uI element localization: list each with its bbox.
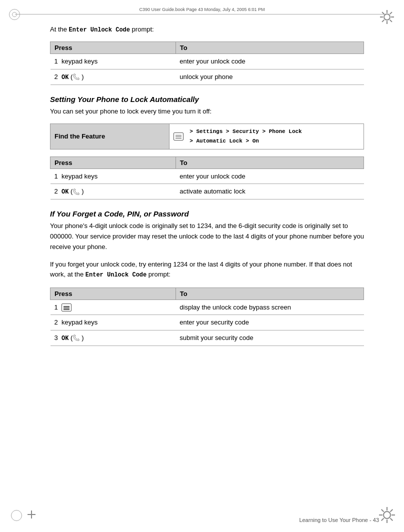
page-header: C390 User Guide.book Page 43 Monday, Jul… (15, 0, 389, 14)
corner-decoration-bl-cross (26, 509, 37, 520)
page-content: At the Enter Unlock Code prompt: Press T… (0, 14, 404, 371)
col-press-3: Press (50, 288, 176, 300)
table-row: 2 keypad keys enter your security code (50, 315, 364, 330)
table-row: 2 OK () unlock your phone (50, 69, 364, 84)
section3-table: Press To 1 display the unlock code bypas… (50, 288, 364, 346)
table-row: 1 keypad keys enter your unlock code (50, 168, 364, 184)
page-footer: Learning to Use Your Phone - 43 (299, 517, 379, 523)
col-to-2: To (176, 156, 364, 168)
phone-icon (72, 188, 82, 196)
col-press-2: Press (50, 156, 176, 168)
find-feature-row: Find the Feature > Settings > Security >… (50, 124, 364, 149)
phone-icon (72, 74, 82, 80)
table-row: 1 display the unlock code bypass screen (50, 300, 364, 315)
section1-table: Press To 1 keypad keys enter your unlock… (50, 42, 364, 85)
corner-decoration-br (379, 507, 395, 523)
table-row: 1 keypad keys enter your unlock code (50, 54, 364, 70)
section3-title: If You Forget a Code, PIN, or Password (50, 210, 364, 218)
section2-body: You can set your phone to lock every tim… (50, 106, 364, 117)
col-to-3: To (176, 288, 364, 300)
phone-icon (72, 334, 82, 342)
corner-decoration-bl (11, 510, 22, 521)
section3-body1: Your phone's 4-digit unlock code is orig… (50, 221, 364, 252)
corner-decoration-tl (9, 9, 20, 20)
corner-decoration-tr (380, 10, 394, 24)
intro-paragraph: At the Enter Unlock Code prompt: (50, 24, 364, 34)
table-row: 3 OK () submit your security code (50, 330, 364, 346)
menu-icon (174, 132, 184, 140)
menu-icon (62, 304, 72, 312)
find-feature-table: Find the Feature > Settings > Security >… (50, 124, 364, 149)
section3-body2: If you forget your unlock code, try ente… (50, 260, 364, 280)
section2-title: Setting Your Phone to Lock Automatically (50, 95, 364, 104)
find-feature-label: Find the Feature (50, 124, 170, 149)
find-feature-path: > Settings > Security > Phone Lock > Aut… (190, 127, 302, 146)
section2-table: Press To 1 keypad keys enter your unlock… (50, 156, 364, 200)
table-row: 2 OK () activate automatic lock (50, 184, 364, 200)
col-to-1: To (176, 42, 364, 54)
col-press-1: Press (50, 42, 176, 54)
